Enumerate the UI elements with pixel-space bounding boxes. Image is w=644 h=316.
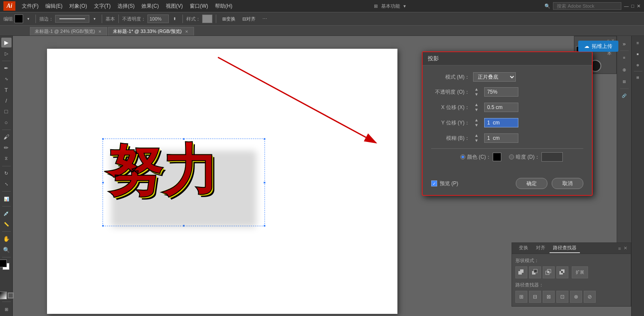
panel-tab-pathfinder[interactable]: 路径查找器	[550, 243, 580, 253]
x-offset-input[interactable]	[484, 103, 518, 112]
handle-ml[interactable]	[102, 181, 104, 184]
window-maximize[interactable]: □	[631, 3, 634, 9]
y-offset-input[interactable]	[484, 118, 518, 127]
opacity-input[interactable]	[147, 15, 169, 23]
arrange-icon[interactable]: ⊞	[374, 3, 378, 9]
shape-mode-minus-front[interactable]	[529, 266, 541, 278]
eyedropper-tool[interactable]: 💉	[1, 209, 12, 219]
cancel-button[interactable]: 取消	[552, 178, 583, 189]
curvature-tool[interactable]: ∿	[1, 74, 12, 84]
panel-btn-2[interactable]: ◍	[619, 65, 629, 75]
blur-input[interactable]	[484, 133, 518, 143]
transform-btn[interactable]: ⊞ 变换	[220, 15, 238, 23]
handle-bl[interactable]	[102, 224, 104, 227]
darkness-input[interactable]	[541, 152, 563, 162]
paintbrush-tool[interactable]: 🖌	[1, 132, 12, 142]
ellipse-tool[interactable]: ○	[1, 117, 12, 127]
adobe-stock-search[interactable]	[553, 2, 621, 10]
more-tools-btn[interactable]: ⋯	[260, 15, 270, 23]
y-up[interactable]: ▲	[473, 118, 480, 123]
measure-tool[interactable]: 📏	[1, 219, 12, 229]
opacity-down[interactable]: ▼	[473, 92, 480, 97]
pathfinder-divide[interactable]: ⊞	[515, 291, 527, 303]
doc-tab-1-close[interactable]: ✕	[97, 29, 103, 34]
menu-file[interactable]: 文件(F)	[19, 2, 41, 11]
panel-menu-icon[interactable]: ≡	[618, 246, 621, 251]
stroke-preview[interactable]	[55, 15, 89, 23]
x-spinner[interactable]: ▲ ▼	[473, 102, 480, 112]
doc-tab-1[interactable]: 未标题-1 @ 24% (RGB/预览) ✕	[30, 27, 107, 35]
menu-text[interactable]: 文字(T)	[91, 2, 114, 11]
color-box[interactable]	[493, 153, 501, 161]
direct-select-tool[interactable]: ▷	[1, 48, 12, 58]
doc-tab-2[interactable]: 未标题-1* @ 33.33% (RGB/预览) ✕	[108, 27, 194, 35]
menu-object[interactable]: 对象(O)	[66, 2, 90, 11]
workspace-select[interactable]: 基本功能	[381, 3, 400, 9]
handle-mr[interactable]	[263, 181, 266, 184]
style-swatch[interactable]	[202, 15, 212, 23]
preview-checkbox[interactable]: ✓	[431, 180, 437, 186]
doc-tab-2-close[interactable]: ✕	[184, 29, 189, 34]
workspace-dropdown[interactable]: ▾	[403, 3, 406, 9]
panel-tab-transform[interactable]: 变换	[515, 243, 532, 253]
color-radio[interactable]	[460, 154, 465, 159]
pathfinder-outline[interactable]: ⊗	[570, 291, 582, 303]
graph-tool[interactable]: 📊	[1, 194, 12, 204]
handle-tl[interactable]	[102, 138, 104, 140]
expand-btn[interactable]: 扩展	[572, 266, 588, 278]
menu-help[interactable]: 帮助(H)	[212, 2, 235, 11]
foreground-swatch[interactable]	[0, 260, 7, 267]
blur-spinner[interactable]: ▲ ▼	[473, 133, 480, 143]
y-down[interactable]: ▼	[473, 123, 480, 128]
y-spinner[interactable]: ▲ ▼	[473, 118, 480, 128]
pathfinder-crop[interactable]: ⊡	[556, 291, 568, 303]
type-tool[interactable]: T	[1, 85, 12, 95]
blend-tool[interactable]: ⧖	[1, 154, 12, 163]
upload-button[interactable]: ☁ 拓维上传	[578, 41, 618, 52]
pen-tool[interactable]: ✒	[1, 63, 12, 73]
panel-btn-3[interactable]: ⊞	[619, 77, 629, 87]
panel-btn-4[interactable]: 🔗	[619, 91, 629, 101]
screen-mode-btn[interactable]: ⊞	[1, 304, 12, 314]
stroke-dropdown[interactable]: ▾	[91, 16, 98, 22]
align-btn[interactable]: ⊟ 对齐	[240, 15, 258, 23]
menu-view[interactable]: 视图(V)	[163, 2, 186, 11]
confirm-button[interactable]: 确定	[516, 178, 547, 189]
handle-tr[interactable]	[263, 138, 266, 140]
opacity-up[interactable]: ▲	[473, 87, 480, 92]
pathfinder-minus-back[interactable]: ⊘	[584, 291, 596, 303]
x-down[interactable]: ▼	[473, 107, 480, 112]
menu-edit[interactable]: 编辑(E)	[42, 2, 65, 11]
opacity-stepper[interactable]: ⬆	[171, 16, 179, 22]
mode-select[interactable]: 正片叠底	[473, 72, 516, 82]
rotate-tool[interactable]: ↻	[1, 168, 12, 178]
shape-mode-intersect[interactable]	[543, 266, 555, 278]
right-panel-btn-3[interactable]: ⊕	[633, 60, 643, 70]
menu-select[interactable]: 选择(S)	[115, 2, 138, 11]
menu-window[interactable]: 窗口(W)	[187, 2, 211, 11]
fill-dropdown[interactable]: ▾	[25, 16, 32, 22]
pathfinder-trim[interactable]: ⊟	[529, 291, 541, 303]
menu-effect[interactable]: 效果(C)	[138, 2, 162, 11]
zoom-tool[interactable]: 🔍	[1, 245, 12, 255]
shape-mode-unite[interactable]	[515, 266, 527, 278]
opacity-input[interactable]	[484, 87, 518, 97]
gradient-swatch[interactable]	[0, 292, 7, 299]
panel-pin-icon[interactable]: ✕	[623, 245, 627, 251]
x-up[interactable]: ▲	[473, 102, 480, 107]
darkness-radio[interactable]	[509, 154, 514, 159]
pathfinder-merge[interactable]: ⊠	[543, 291, 555, 303]
panel-tab-align[interactable]: 对齐	[532, 243, 549, 253]
panel-btn-1[interactable]: ≡	[619, 53, 629, 63]
blur-down[interactable]: ▼	[473, 138, 480, 143]
line-tool[interactable]: /	[1, 96, 12, 106]
window-close[interactable]: ✕	[637, 3, 641, 9]
blur-up[interactable]: ▲	[473, 133, 480, 138]
right-panel-btn-2[interactable]: ■	[633, 49, 643, 59]
shape-mode-exclude[interactable]	[556, 266, 568, 278]
fill-swatch[interactable]	[15, 15, 23, 23]
scale-tool[interactable]: ⤡	[1, 179, 12, 189]
none-swatch[interactable]	[8, 292, 14, 298]
right-panel-btn-4[interactable]: ⊞	[633, 72, 643, 83]
window-minimize[interactable]: —	[624, 3, 629, 9]
